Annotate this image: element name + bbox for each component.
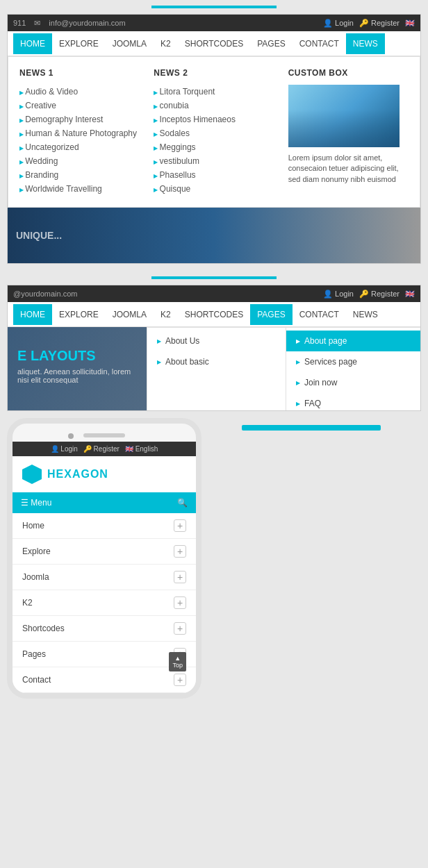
mobile-nav-explore[interactable]: Explore + <box>13 539 196 565</box>
email-address: info@yourdomain.com <box>49 19 125 27</box>
list-item[interactable]: Worldwide Travelling <box>19 182 140 196</box>
expand-k2-icon[interactable]: + <box>174 596 186 609</box>
phone-login[interactable]: 👤 Login <box>51 445 78 453</box>
panel-1: 911 ✉ info@yourdomain.com 👤 Login 🔑 Regi… <box>7 14 421 264</box>
phone-top-area <box>13 424 196 442</box>
phone-frame: 👤 Login 🔑 Register 🇬🇧 English HEXAGON ☰ … <box>7 418 201 699</box>
list-item[interactable]: Uncategorized <box>19 140 140 154</box>
register-link-2[interactable]: 🔑 Register <box>359 290 400 299</box>
nav2-k2[interactable]: K2 <box>154 304 178 325</box>
col3-title: CUSTOM BOX <box>288 68 409 78</box>
mobile-nav-joomla[interactable]: Joomla + <box>13 565 196 590</box>
faq-item[interactable]: FAQ <box>286 393 421 411</box>
expand-shortcodes-icon[interactable]: + <box>174 622 186 635</box>
login-link-2[interactable]: 👤 Login <box>323 290 354 299</box>
email-icon: ✉ <box>34 19 40 28</box>
hero-title-2: E LAYOUTS <box>17 348 96 364</box>
nav-home[interactable]: HOME <box>13 33 52 54</box>
col1-title: NEWS 1 <box>19 68 140 78</box>
lang-flag: 🇬🇧 <box>405 19 415 28</box>
topbar-1: 911 ✉ info@yourdomain.com 👤 Login 🔑 Regi… <box>8 15 420 31</box>
nav2-explore[interactable]: EXPLORE <box>52 304 106 325</box>
list-item[interactable]: Inceptos Himenaeos <box>154 112 274 126</box>
col2-list: Litora Torquent conubia Inceptos Himenae… <box>154 85 274 196</box>
hero-text-1: UNIQUE... <box>16 230 62 241</box>
nav2-contact[interactable]: CONTACT <box>293 304 346 325</box>
phone-camera <box>68 433 74 439</box>
panel-2: @yourdomain.com 👤 Login 🔑 Register 🇬🇧 HO… <box>7 285 421 411</box>
list-item[interactable]: Quisque <box>154 182 274 196</box>
mobile-nav-k2[interactable]: K2 + <box>13 590 196 616</box>
mobile-nav-pages[interactable]: Pages + <box>13 642 196 667</box>
list-item[interactable]: Human & Nature Photography <box>19 126 140 140</box>
nav-pages[interactable]: PAGES <box>250 33 292 54</box>
phone-topbar: 👤 Login 🔑 Register 🇬🇧 English <box>13 442 196 456</box>
navbar-2: HOME EXPLORE JOOMLA K2 SHORTCODES PAGES … <box>8 302 420 327</box>
mobile-section: 👤 Login 🔑 Register 🇬🇧 English HEXAGON ☰ … <box>7 418 421 699</box>
mobile-nav-contact[interactable]: Contact + ▲Top <box>13 667 196 693</box>
join-now-item[interactable]: Join now <box>286 372 421 393</box>
nav-shortcodes[interactable]: SHORTCODES <box>178 33 250 54</box>
divider-1 <box>0 0 428 14</box>
list-item[interactable]: Audio & Video <box>19 85 140 99</box>
about-basic-item[interactable]: About basic <box>147 351 286 372</box>
nav2-news[interactable]: NEWS <box>346 304 385 325</box>
mobile-nav-shortcodes[interactable]: Shortcodes + <box>13 616 196 642</box>
phone-speaker <box>83 433 125 437</box>
about-page-item[interactable]: About page <box>286 331 421 351</box>
phone-menu-items: Home + Explore + Joomla + K2 + Shortcode… <box>13 513 196 693</box>
list-item[interactable]: Branding <box>19 168 140 182</box>
hero-area-1: UNIQUE... <box>8 208 420 263</box>
nav-news[interactable]: NEWS <box>346 33 385 54</box>
pages-submenu: About page Services page Join now FAQ Po… <box>286 327 421 411</box>
list-item[interactable]: Sodales <box>154 126 274 140</box>
hexagon-logo-icon <box>22 465 42 484</box>
search-icon[interactable]: 🔍 <box>177 498 188 508</box>
mega-col-3: CUSTOM BOX Lorem ipsum dolor sit amet, c… <box>288 68 409 196</box>
login-link[interactable]: 👤 Login <box>323 19 354 28</box>
list-item[interactable]: conubia <box>154 99 274 112</box>
list-item[interactable]: Wedding <box>19 154 140 168</box>
blue-banner <box>242 425 381 431</box>
about-submenu: About Us About basic <box>147 327 286 411</box>
divider-2 <box>0 271 428 285</box>
lang-flag-2: 🇬🇧 <box>405 290 415 299</box>
menu-label: ☰ Menu <box>21 498 51 508</box>
nav2-pages[interactable]: PAGES <box>250 304 292 325</box>
logo-text: HEXAGON <box>47 468 108 481</box>
email-address-2: @yourdomain.com <box>13 290 77 298</box>
list-item[interactable]: Phasellus <box>154 168 274 182</box>
expand-contact-icon[interactable]: + <box>174 674 186 686</box>
scroll-top-button[interactable]: ▲Top <box>169 652 186 671</box>
dropdown-container: E LAYOUTS aliquet. Aenean sollicitudin, … <box>8 327 420 410</box>
list-item[interactable]: Demography Interest <box>19 112 140 126</box>
nav-explore[interactable]: EXPLORE <box>52 33 106 54</box>
right-side <box>201 418 421 437</box>
phone-menu-bar[interactable]: ☰ Menu 🔍 <box>13 492 196 513</box>
nav-joomla[interactable]: JOOMLA <box>106 33 154 54</box>
mobile-nav-home[interactable]: Home + <box>13 513 196 539</box>
col1-list: Audio & Video Creative Demography Intere… <box>19 85 140 196</box>
nav-k2[interactable]: K2 <box>154 33 178 54</box>
phone-number: 911 <box>13 19 26 27</box>
nav2-shortcodes[interactable]: SHORTCODES <box>178 304 250 325</box>
phone-logo-area: HEXAGON <box>13 456 196 492</box>
expand-home-icon[interactable]: + <box>174 519 186 532</box>
list-item[interactable]: Creative <box>19 99 140 112</box>
mega-col-1: NEWS 1 Audio & Video Creative Demography… <box>19 68 140 196</box>
about-us-item[interactable]: About Us <box>147 331 286 351</box>
mega-col-2: NEWS 2 Litora Torquent conubia Inceptos … <box>154 68 274 196</box>
nav-contact-1[interactable]: CONTACT <box>293 33 346 54</box>
nav2-joomla[interactable]: JOOMLA <box>106 304 154 325</box>
phone-lang[interactable]: 🇬🇧 English <box>125 445 158 453</box>
phone-register[interactable]: 🔑 Register <box>83 445 120 453</box>
register-link[interactable]: 🔑 Register <box>359 19 400 28</box>
list-item[interactable]: vestibulum <box>154 154 274 168</box>
expand-joomla-icon[interactable]: + <box>174 571 186 583</box>
expand-explore-icon[interactable]: + <box>174 545 186 558</box>
topbar-2: @yourdomain.com 👤 Login 🔑 Register 🇬🇧 <box>8 285 420 302</box>
nav2-home[interactable]: HOME <box>13 304 52 325</box>
services-page-item[interactable]: Services page <box>286 351 421 372</box>
list-item[interactable]: Meggings <box>154 140 274 154</box>
list-item[interactable]: Litora Torquent <box>154 85 274 99</box>
